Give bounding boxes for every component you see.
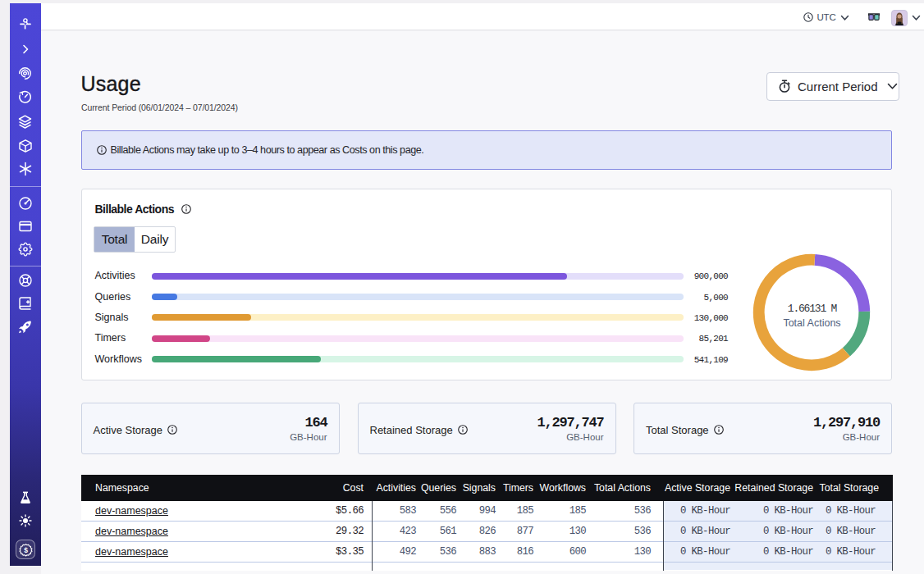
- svg-text:$: $: [24, 545, 28, 554]
